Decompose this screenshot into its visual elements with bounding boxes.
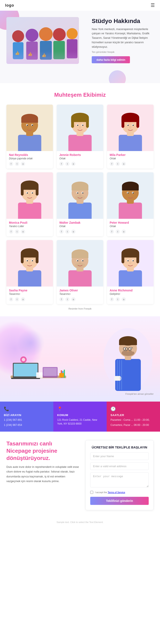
svg-point-51 [130, 126, 131, 128]
svg-point-123 [127, 260, 128, 261]
social-icon-f[interactable]: f [59, 162, 64, 166]
social-icon-t[interactable]: t [65, 162, 70, 166]
social-icon-o[interactable]: o [71, 297, 76, 302]
form-message-textarea[interactable] [90, 472, 149, 488]
form-email-input[interactable] [90, 462, 149, 470]
contact-card-line: 1 (234) 987-654 [4, 423, 50, 427]
contact-form-card: ÜCRETSIZ BİR TEKLİFLE BAŞLAYIN I accept … [85, 440, 153, 510]
form-terms-link[interactable]: Terms of Service [108, 491, 125, 494]
svg-rect-20 [21, 118, 38, 123]
svg-point-25 [29, 126, 31, 128]
hero-credit: Ten görüntüler freepik [92, 51, 153, 53]
svg-point-64 [29, 194, 31, 196]
social-icon-t[interactable]: t [116, 162, 120, 166]
team-card: James Oliver Tasarımcı fto [57, 240, 103, 304]
team-card: Nat Reynolds Dünya çapında ortak fto [7, 104, 53, 168]
team-member-role: Ortak [110, 157, 151, 160]
svg-rect-120 [136, 253, 139, 263]
contact-card-hours: 🕐 SAATLER Pazartesi - Cuma ... 11:00 - 2… [107, 402, 160, 432]
social-icon-o[interactable]: o [71, 162, 76, 166]
svg-rect-136 [36, 372, 43, 378]
social-icon-t[interactable]: t [116, 297, 120, 302]
team-credits-link[interactable]: Freepik [84, 308, 92, 310]
social-icon-t[interactable]: t [65, 230, 70, 234]
svg-rect-94 [21, 253, 24, 263]
social-icon-o[interactable]: o [122, 230, 126, 234]
contact-icon-phone: 📞 [4, 406, 50, 411]
hamburger-menu-icon[interactable]: ☰ [151, 2, 155, 8]
social-icon-o[interactable]: o [122, 162, 126, 166]
team-member-info: Nat Reynolds Dünya çapında ortak fto [7, 151, 53, 168]
social-icon-t[interactable]: t [15, 297, 19, 302]
svg-rect-78 [119, 202, 142, 219]
social-icon-t[interactable]: t [116, 230, 120, 234]
form-terms-row: I accept the Terms of Service [90, 491, 149, 494]
svg-rect-102 [68, 270, 92, 286]
svg-point-74 [77, 192, 78, 194]
social-icon-o[interactable]: o [21, 162, 25, 166]
social-icon-f[interactable]: f [9, 297, 13, 302]
svg-rect-119 [122, 253, 124, 263]
svg-rect-82 [122, 186, 139, 190]
contact-card-title-hours: SAATLER [110, 414, 156, 417]
team-card: Peter Howard Ortak fto [107, 172, 153, 236]
svg-point-23 [27, 124, 28, 126]
social-icon-f[interactable]: f [110, 297, 114, 302]
social-icon-o[interactable]: o [21, 230, 25, 234]
team-card: Mila Parker Ortak fto [107, 104, 153, 168]
team-card: Sasha Payne Tasarımcı fto [7, 240, 53, 304]
cta-title: Tasarımınızı canlı Nicepage projesine dö… [7, 440, 79, 462]
form-name-group [90, 452, 149, 460]
team-member-socials: fto [9, 162, 50, 166]
svg-rect-33 [86, 118, 89, 128]
hero-credit-link[interactable]: freepik [107, 51, 114, 53]
team-member-socials: fto [59, 230, 101, 234]
social-icon-o[interactable]: o [71, 230, 76, 234]
team-section-title: Muhteşem Ekibimiz [7, 92, 153, 98]
svg-point-125 [130, 262, 131, 264]
svg-point-37 [82, 124, 83, 126]
desk-scene-svg [7, 333, 70, 388]
team-member-socials: fto [110, 297, 151, 302]
social-icon-o[interactable]: o [122, 297, 126, 302]
form-terms-text: I accept the Terms of Service [95, 491, 125, 494]
social-icon-f[interactable]: f [59, 297, 64, 302]
team-member-role: Ortak [59, 225, 101, 228]
cta-description: Duis aute irure dolor in reprehenderit i… [7, 465, 79, 483]
social-icon-o[interactable]: o [21, 297, 25, 302]
form-terms-checkbox[interactable] [90, 491, 93, 494]
svg-rect-40 [119, 135, 142, 151]
social-icon-t[interactable]: t [65, 297, 70, 302]
form-name-input[interactable] [90, 452, 149, 460]
team-member-socials: fto [9, 297, 50, 302]
social-icon-f[interactable]: f [9, 230, 13, 234]
svg-point-99 [32, 260, 33, 261]
svg-rect-147 [119, 341, 137, 345]
contact-card-line: Pazartesi - Cuma ... 11:00 - 20:00, [110, 418, 156, 422]
svg-point-75 [82, 192, 83, 194]
hero-inner: 👍 👍 👍 Stüdyo Hakkında New York [0, 17, 160, 64]
svg-point-138 [22, 358, 25, 361]
team-member-name: Mila Parker [110, 153, 151, 156]
social-icon-f[interactable]: f [110, 230, 114, 234]
svg-point-62 [27, 192, 28, 194]
social-icon-f[interactable]: f [9, 162, 13, 166]
team-member-photo [107, 240, 153, 286]
team-member-photo [57, 172, 103, 219]
svg-rect-128 [14, 364, 38, 376]
team-member-socials: fto [110, 230, 151, 234]
social-icon-t[interactable]: t [15, 230, 19, 234]
social-icon-f[interactable]: f [59, 230, 64, 234]
team-member-photo [7, 240, 53, 286]
form-title: ÜCRETSIZ BİR TEKLİFLE BAŞLAYIN [90, 446, 149, 449]
social-icon-t[interactable]: t [15, 162, 19, 166]
svg-rect-70 [72, 186, 88, 190]
team-member-info: Anne Richmond Geliştirici fto [107, 286, 153, 304]
team-member-role: Ortak [59, 157, 101, 160]
svg-rect-106 [72, 254, 88, 258]
social-icon-f[interactable]: f [110, 162, 114, 166]
form-submit-button[interactable]: Teklifinizi gönderin [90, 497, 149, 505]
svg-point-36 [77, 124, 78, 126]
form-message-group [90, 472, 149, 488]
hero-learn-more-button[interactable]: daha fazla bilgi edinin [92, 56, 130, 63]
